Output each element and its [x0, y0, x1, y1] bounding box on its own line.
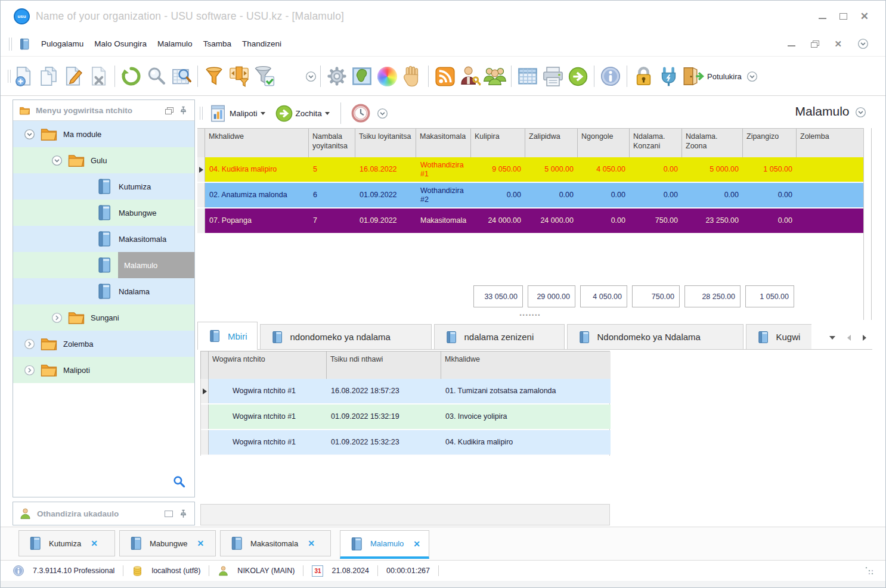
menu-tsamba[interactable]: Tsamba — [198, 36, 237, 52]
tree-item-zolemba[interactable]: Zolemba — [13, 331, 194, 357]
table-row-popanga[interactable]: 07. Popanga 7 01.09.2022 Makasitomala 24… — [197, 209, 863, 234]
new-record-button[interactable] — [11, 64, 36, 89]
mdi-close-button[interactable]: ✕ — [834, 39, 842, 48]
tree-item-gulu[interactable]: Gulu — [13, 147, 194, 173]
expand-icon[interactable] — [51, 312, 63, 323]
tree-item-kutumiza[interactable]: Kutumiza — [13, 173, 194, 200]
info-button[interactable] — [598, 64, 623, 89]
expand-icon[interactable] — [24, 338, 35, 350]
tab-scroll-left-icon[interactable] — [847, 335, 851, 341]
column-header-kulipira[interactable]: Kulipira — [471, 129, 525, 157]
column-header-ndalama-zoona[interactable]: Ndalama. Zoona — [682, 129, 743, 157]
go-next-button[interactable] — [565, 64, 590, 89]
filter-confirm-button[interactable] — [252, 64, 277, 89]
copy-record-button[interactable] — [36, 64, 61, 89]
tree-item-malamulo-selected[interactable]: Malamulo — [13, 252, 194, 278]
panel-maximize-button[interactable] — [165, 511, 173, 517]
column-header-nambala[interactable]: Nambala yoyitanitsa — [309, 129, 355, 157]
tree-item-malipoti[interactable]: Malipoti — [13, 357, 194, 383]
tree-search-icon[interactable] — [172, 475, 186, 489]
tab-scroll-right-icon[interactable] — [863, 335, 866, 341]
tab-ndondomeko-ya-ndalama-2[interactable]: Ndondomeko ya Ndalama — [567, 324, 744, 349]
menubar-chevron-down-icon[interactable] — [857, 38, 869, 49]
window-tab-malamulo-active[interactable]: Malamulo ✕ — [340, 530, 429, 559]
refresh-button[interactable] — [119, 64, 144, 89]
menu-thandizeni[interactable]: Thandizeni — [237, 36, 287, 52]
pan-hand-button[interactable] — [399, 64, 425, 89]
tree-item-makasitomala[interactable]: Makasitomala — [13, 226, 194, 252]
resize-grip[interactable] — [865, 567, 873, 575]
toolbar-grip[interactable] — [200, 107, 203, 120]
column-header-makasitomala[interactable]: Makasitomala — [416, 129, 471, 157]
pin-icon[interactable] — [178, 509, 188, 519]
close-tab-icon[interactable]: ✕ — [308, 539, 315, 548]
plug-button[interactable] — [656, 64, 681, 89]
table-view-button[interactable] — [515, 64, 540, 89]
column-header-wogwira-ntchito[interactable]: Wogwira ntchito — [209, 351, 327, 379]
menu-malo-osungira[interactable]: Malo Osungira — [89, 36, 152, 52]
menu-pulogalamu[interactable]: Pulogalamu — [36, 36, 89, 52]
history-row[interactable]: Wogwira ntchito #1 01.09.2022 15:32:23 0… — [201, 430, 609, 456]
table-row-kudikira-malipiro[interactable]: 04. Kudikira malipiro 5 16.08.2022 Wotha… — [197, 157, 863, 183]
close-tab-icon[interactable]: ✕ — [91, 539, 98, 548]
subscriptions-button[interactable] — [432, 64, 457, 89]
tab-list-dropdown-icon[interactable] — [829, 336, 835, 340]
actions-dropdown-button[interactable]: Zochita — [271, 101, 333, 126]
toolbar-chevron-down-icon[interactable] — [377, 108, 388, 119]
panel-chevron-down-icon[interactable] — [855, 107, 866, 118]
exit-button[interactable]: Potulukira — [681, 64, 742, 89]
tab-ndondomeko-ya-ndalama[interactable]: ndondomeko ya ndalama — [260, 324, 432, 349]
tree-item-sungani[interactable]: Sungani — [13, 304, 194, 331]
column-header-ngongole[interactable]: Ngongole — [578, 129, 630, 157]
settings-button[interactable] — [324, 64, 349, 89]
scheduler-button[interactable] — [348, 101, 373, 126]
search-in-table-button[interactable] — [169, 64, 194, 89]
edit-record-button[interactable] — [61, 64, 86, 89]
column-header-zolemba[interactable]: Zolemba — [797, 129, 863, 157]
close-tab-icon[interactable]: ✕ — [413, 539, 420, 549]
toolbar-chevron-down-icon[interactable] — [746, 71, 758, 82]
tree-item-mabungwe[interactable]: Mabungwe — [13, 200, 194, 226]
delete-record-button[interactable] — [86, 64, 111, 89]
collapse-icon[interactable] — [24, 129, 35, 140]
tab-ndalama-zenizeni[interactable]: ndalama zenizeni — [434, 324, 565, 349]
tree-item-ma-module[interactable]: Ma module — [13, 121, 194, 147]
support-panel-header[interactable]: Othandizira ukadaulo — [13, 502, 195, 525]
window-tab-makasitomala[interactable]: Makasitomala ✕ — [220, 530, 331, 556]
menu-malamulo[interactable]: Malamulo — [152, 36, 198, 52]
toolbar-chevron-down-icon[interactable] — [305, 71, 317, 82]
lock-button[interactable] — [631, 64, 656, 89]
colors-button[interactable] — [374, 64, 399, 89]
close-button[interactable]: ✕ — [860, 11, 869, 21]
window-tab-mabungwe[interactable]: Mabungwe ✕ — [119, 530, 216, 556]
tree-item-ndalama[interactable]: Ndalama — [13, 278, 194, 304]
tab-kugwi[interactable]: Kugwi — [746, 324, 811, 349]
maximize-button[interactable] — [839, 13, 847, 20]
print-button[interactable] — [540, 64, 565, 89]
pin-icon[interactable] — [178, 105, 188, 116]
splitter-handle[interactable]: ••••••• — [197, 310, 863, 319]
column-header-mkhalidwe[interactable]: Mkhalidwe — [205, 129, 309, 157]
table-scroll-gutter[interactable] — [871, 128, 872, 320]
reports-dropdown-button[interactable]: Malipoti — [206, 101, 268, 126]
search-button[interactable] — [144, 64, 169, 89]
map-button[interactable] — [349, 64, 374, 89]
column-header-zipangizo[interactable]: Zipangizo — [743, 129, 797, 157]
history-row[interactable]: Wogwira ntchito #1 16.08.2022 18:57:23 0… — [201, 379, 609, 405]
close-tab-icon[interactable]: ✕ — [197, 539, 205, 548]
column-header-mkhalidwe[interactable]: Mkhalidwe — [441, 351, 611, 379]
column-header-ndalama-konzani[interactable]: Ndalama. Konzani — [630, 129, 682, 157]
mdi-restore-button[interactable] — [811, 41, 819, 47]
history-row[interactable]: Wogwira ntchito #1 01.09.2022 15:32:19 0… — [201, 405, 609, 430]
table-row-anatumiza-malonda[interactable]: 02. Anatumiza malonda 6 01.09.2022 Wotha… — [197, 183, 863, 209]
panel-restore-button[interactable] — [165, 107, 173, 114]
toolbar-grip[interactable] — [9, 38, 12, 51]
mdi-minimize-button[interactable] — [788, 41, 795, 46]
filter-range-button[interactable] — [227, 64, 252, 89]
column-header-zalipidwa[interactable]: Zalipidwa — [525, 129, 578, 157]
filter-button[interactable] — [202, 64, 227, 89]
column-header-tsiku-ndi-nthawi[interactable]: Tsiku ndi nthawi — [327, 351, 441, 379]
expand-icon[interactable] — [24, 365, 35, 376]
minimize-button[interactable] — [819, 14, 826, 19]
window-tab-kutumiza[interactable]: Kutumiza ✕ — [18, 530, 115, 556]
